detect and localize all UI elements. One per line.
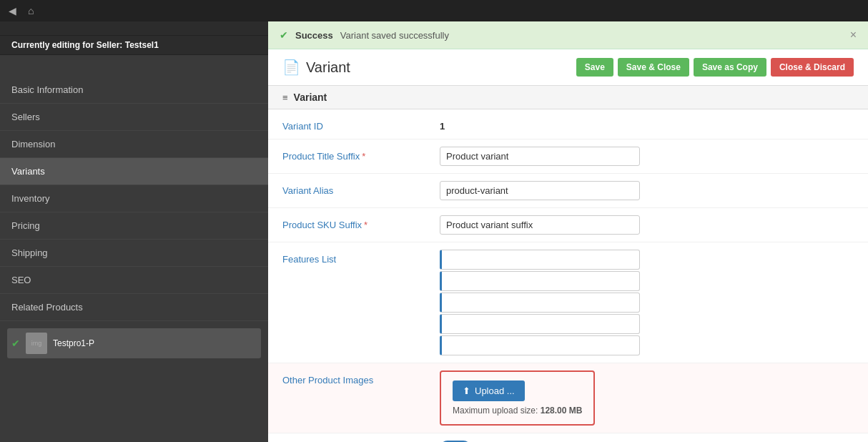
upload-button-label: Upload ... bbox=[475, 385, 515, 396]
sidebar-item-dimension[interactable]: Dimension bbox=[0, 131, 268, 158]
editing-label: Currently editing for Seller: bbox=[11, 40, 122, 50]
section-title: Variant bbox=[294, 92, 327, 103]
product-name: Testpro1-P bbox=[53, 338, 94, 348]
editing-bar: Currently editing for Seller: Testsel1 bbox=[0, 36, 268, 55]
product-sku-suffix-label: Product SKU Suffix* bbox=[282, 215, 440, 230]
sidebar-item-inventory[interactable]: Inventory bbox=[0, 185, 268, 212]
form-title-container: 📄 Variant bbox=[282, 59, 350, 76]
features-list-container bbox=[440, 250, 854, 355]
sidebar-item-seo[interactable]: SEO bbox=[0, 267, 268, 294]
form-header: 📄 Variant Save Save & Close Save as Copy… bbox=[268, 49, 868, 86]
sidebar-item-pricing[interactable]: Pricing bbox=[0, 212, 268, 240]
features-row-2[interactable] bbox=[440, 271, 640, 291]
variant-alias-input[interactable] bbox=[440, 181, 640, 200]
sku-required-star: * bbox=[364, 220, 368, 230]
success-message: Variant saved successfully bbox=[340, 30, 449, 41]
section-icon: ≡ bbox=[282, 92, 288, 103]
features-list-row: Features List bbox=[268, 242, 868, 363]
product-row[interactable]: ✔ img Testpro1-P bbox=[7, 328, 261, 358]
upload-max-size: 128.00 MB bbox=[541, 406, 583, 416]
sidebar-item-related-products[interactable]: Related Products bbox=[0, 294, 268, 321]
sidebar-item-variants[interactable]: Variants bbox=[0, 158, 268, 185]
product-sku-suffix-row: Product SKU Suffix* bbox=[268, 208, 868, 242]
sidebar: ■ Product Currently editing for Seller: … bbox=[0, 0, 268, 442]
seller-name: Testsel1 bbox=[125, 40, 159, 50]
features-row-5[interactable] bbox=[440, 335, 640, 355]
product-title-suffix-row: Product Title Suffix* bbox=[268, 139, 868, 174]
product-title-suffix-input[interactable] bbox=[440, 147, 640, 166]
form-title: Variant bbox=[306, 59, 350, 76]
features-list-label: Features List bbox=[282, 250, 440, 265]
upload-icon: ⬆ bbox=[463, 385, 470, 396]
sidebar-nav: Basic InformationSellersDimensionVariant… bbox=[0, 77, 268, 321]
close-discard-button[interactable]: Close & Discard bbox=[771, 58, 854, 77]
sidebar-item-basic-info[interactable]: Basic Information bbox=[0, 77, 268, 104]
product-sku-suffix-input[interactable] bbox=[440, 215, 640, 235]
variant-id-row: Variant ID 1 bbox=[268, 109, 868, 139]
success-icon: ✔ bbox=[280, 29, 288, 41]
success-banner: ✔ Success Variant saved successfully × bbox=[268, 21, 868, 49]
required-star: * bbox=[362, 151, 365, 162]
features-row-1[interactable] bbox=[440, 250, 640, 270]
status-row: Status* bbox=[268, 433, 868, 442]
form-body: Variant ID 1 Product Title Suffix* Varia… bbox=[268, 109, 868, 442]
variant-id-label: Variant ID bbox=[282, 117, 440, 132]
other-product-images-label: Other Product Images bbox=[282, 370, 440, 385]
back-icon[interactable]: ◀ bbox=[9, 5, 16, 16]
features-row-4[interactable] bbox=[440, 314, 640, 334]
product-thumbnail: img bbox=[26, 333, 47, 354]
save-button[interactable]: Save bbox=[576, 58, 613, 77]
upload-max-info: Maximum upload size: 128.00 MB bbox=[453, 406, 582, 416]
product-title-suffix-label: Product Title Suffix* bbox=[282, 147, 440, 162]
variant-alias-label: Variant Alias bbox=[282, 181, 440, 196]
sidebar-item-shipping[interactable]: Shipping bbox=[0, 240, 268, 267]
upload-section: ⬆ Upload ... Maximum upload size: 128.00… bbox=[440, 370, 595, 426]
product-check-icon: ✔ bbox=[11, 338, 20, 349]
features-row-3[interactable] bbox=[440, 293, 640, 313]
sidebar-item-sellers[interactable]: Sellers bbox=[0, 104, 268, 131]
upload-button[interactable]: ⬆ Upload ... bbox=[453, 380, 525, 401]
section-header: ≡ Variant bbox=[268, 86, 868, 109]
main-content: ✔ Success Variant saved successfully × 📄… bbox=[268, 21, 868, 442]
other-product-images-row: Other Product Images ⬆ Upload ... Maximu… bbox=[268, 363, 868, 433]
save-copy-button[interactable]: Save as Copy bbox=[694, 58, 766, 77]
product-list-area: ✔ img Testpro1-P bbox=[0, 321, 268, 365]
success-label: Success bbox=[295, 30, 333, 41]
topbar: ◀ ⌂ bbox=[0, 0, 868, 21]
action-buttons: Save Save & Close Save as Copy Close & D… bbox=[576, 58, 854, 77]
variant-icon: 📄 bbox=[282, 59, 300, 76]
save-close-button[interactable]: Save & Close bbox=[618, 58, 689, 77]
variant-alias-row: Variant Alias bbox=[268, 174, 868, 208]
variant-id-value: 1 bbox=[440, 117, 854, 132]
upload-max-text: Maximum upload size: bbox=[453, 406, 538, 416]
success-close-button[interactable]: × bbox=[850, 29, 857, 41]
home-icon[interactable]: ⌂ bbox=[28, 5, 34, 16]
